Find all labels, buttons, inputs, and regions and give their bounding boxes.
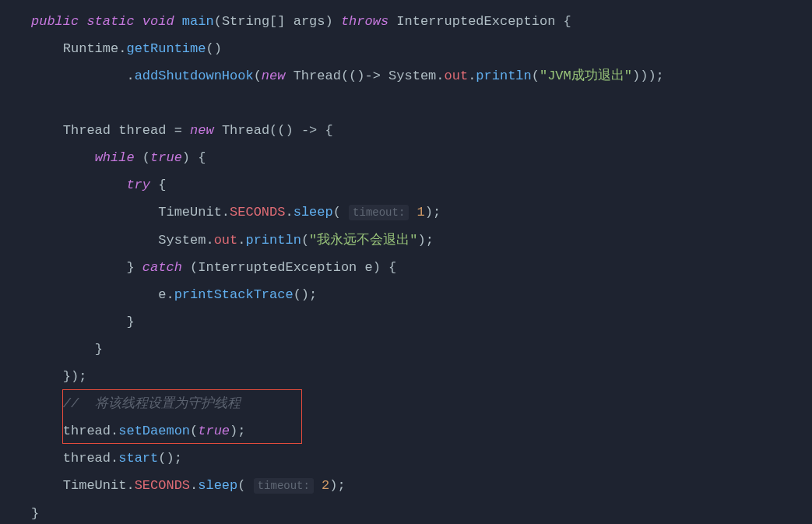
comment: // 将该线程设置为守护线程	[63, 396, 241, 411]
punct: ();	[158, 451, 182, 466]
brace: }	[95, 342, 103, 357]
punct: {	[158, 178, 166, 192]
code-line: } catch (InterruptedException e) {	[31, 254, 781, 281]
type-string: String	[222, 14, 269, 29]
number-literal: 1	[417, 205, 425, 220]
method-printstacktrace: printStackTrace	[174, 287, 294, 302]
class-system: System	[158, 233, 206, 248]
string-literal: "JVM成功退出"	[540, 69, 632, 83]
punct: (	[532, 69, 540, 83]
method-setdaemon: setDaemon	[118, 424, 190, 438]
punct: (	[237, 478, 253, 493]
code-line: while (true) {	[31, 144, 781, 171]
punct: }	[126, 260, 142, 275]
brace: }	[126, 315, 134, 329]
punct: );	[418, 233, 434, 248]
punct: );	[425, 205, 441, 220]
var-e: e	[158, 287, 166, 302]
keyword-new: new	[262, 69, 286, 83]
code-line: thread.setDaemon(true);	[31, 417, 781, 445]
field-seconds: SECONDS	[135, 478, 190, 493]
code-line: }	[31, 500, 781, 524]
punct: (	[142, 150, 150, 165]
string-literal: "我永远不会退出"	[309, 233, 417, 248]
class-runtime: Runtime	[63, 41, 118, 56]
code-line: // 将该线程设置为守护线程	[31, 390, 781, 417]
keyword-true: true	[198, 424, 230, 438]
keyword-try: try	[126, 178, 150, 192]
code-editor[interactable]: public static void main(String[] args) t…	[31, 8, 781, 524]
param-args: args	[294, 14, 325, 29]
code-line: });	[31, 363, 781, 390]
punct: )	[325, 14, 341, 29]
punct: .	[468, 69, 476, 83]
punct: []	[269, 14, 294, 29]
punct: });	[63, 369, 87, 384]
keyword-true: true	[150, 150, 182, 165]
keyword-new: new	[190, 123, 214, 138]
code-line: try {	[31, 171, 781, 199]
parameter-hint: timeout:	[254, 478, 314, 494]
punct: .	[222, 205, 230, 220]
brace: }	[31, 506, 39, 521]
punct: .	[436, 69, 444, 83]
number-literal: 2	[322, 478, 329, 493]
punct: .	[285, 205, 293, 220]
var-thread: thread	[63, 424, 111, 438]
var-thread: thread	[63, 451, 111, 466]
method-main: main	[182, 14, 214, 29]
brace: {	[564, 14, 571, 29]
punct: .	[126, 478, 134, 493]
punct: ()	[206, 41, 221, 56]
punct: .	[206, 233, 213, 248]
punct: );	[329, 478, 345, 493]
class-timeunit: TimeUnit	[158, 205, 222, 220]
method-getruntime: getRuntime	[126, 41, 206, 56]
keyword-void: void	[142, 14, 174, 29]
punct: .	[237, 233, 245, 248]
keyword-catch: catch	[142, 260, 182, 275]
class-thread: Thread	[63, 123, 111, 138]
punct: (	[254, 69, 262, 83]
keyword-throws: throws	[341, 14, 388, 29]
code-line: Runtime.getRuntime()	[31, 35, 781, 62]
punct: .	[111, 451, 118, 466]
var-thread: thread	[118, 123, 166, 138]
class-timeunit: TimeUnit	[63, 478, 127, 493]
method-sleep: sleep	[198, 478, 237, 493]
code-line: Thread thread = new Thread(() -> {	[31, 117, 781, 144]
punct: )));	[632, 69, 664, 83]
method-addshutdownhook: addShutdownHook	[135, 69, 254, 83]
code-line: e.printStackTrace();	[31, 281, 781, 308]
punct: .	[111, 424, 118, 438]
code-line: TimeUnit.SECONDS.sleep( timeout: 2);	[31, 472, 781, 500]
class-thread: Thread	[294, 69, 341, 83]
punct: ) {	[182, 150, 206, 165]
code-line: .addShutdownHook(new Thread(()-> System.…	[31, 62, 781, 90]
code-line: TimeUnit.SECONDS.sleep( timeout: 1);	[31, 199, 781, 227]
exception-name: InterruptedException	[396, 14, 555, 29]
punct: (	[190, 260, 198, 275]
code-line: thread.start();	[31, 445, 781, 472]
method-println: println	[245, 233, 301, 248]
method-start: start	[118, 451, 158, 466]
keyword-while: while	[95, 150, 135, 165]
code-line: System.out.println("我永远不会退出");	[31, 227, 781, 254]
class-system: System	[388, 69, 436, 83]
var-e: e	[365, 260, 373, 275]
parameter-hint: timeout:	[349, 205, 409, 220]
field-out: out	[445, 69, 469, 83]
code-line-blank	[31, 90, 781, 117]
class-thread: Thread	[222, 123, 269, 138]
keyword-public: public	[31, 14, 79, 29]
code-line: }	[31, 308, 781, 336]
code-line: public static void main(String[] args) t…	[31, 8, 781, 35]
exception-name: InterruptedException	[198, 260, 357, 275]
punct: (() -> {	[269, 123, 333, 138]
code-line: }	[31, 336, 781, 363]
field-out: out	[214, 233, 238, 248]
punct: ();	[294, 287, 318, 302]
punct: .	[126, 69, 134, 83]
punct: ) {	[373, 260, 397, 275]
method-println: println	[476, 69, 531, 83]
